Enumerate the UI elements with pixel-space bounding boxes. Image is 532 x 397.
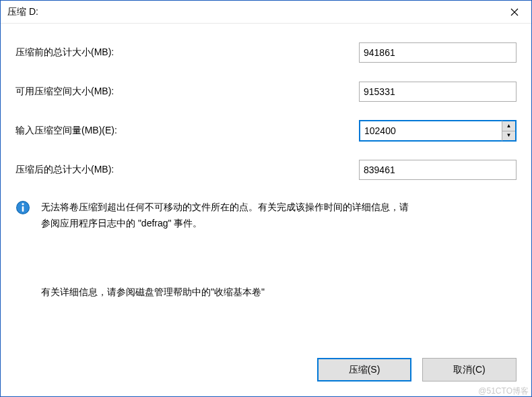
window-title: 压缩 D:	[7, 6, 38, 18]
label-shrink-amount: 输入压缩空间量(MB)(E):	[15, 125, 359, 137]
value-total-before: 941861	[359, 42, 517, 63]
cancel-button[interactable]: 取消(C)	[422, 358, 517, 381]
spin-down-button[interactable]: ▼	[502, 131, 515, 141]
watermark: @51CTO博客	[478, 386, 529, 397]
spinner-buttons: ▲ ▼	[502, 120, 517, 142]
triangle-down-icon: ▼	[506, 133, 512, 138]
shrink-amount-input[interactable]	[359, 120, 502, 142]
field-available: 可用压缩空间大小(MB): 915331	[15, 82, 517, 102]
svg-point-5	[22, 203, 24, 205]
button-row: 压缩(S) 取消(C)	[317, 358, 517, 381]
close-button[interactable]	[498, 1, 531, 24]
info-text: 无法将卷压缩到超出任何不可移动的文件所在的点。有关完成该操作时间的详细信息，请 …	[41, 199, 409, 231]
dialog-content: 压缩前的总计大小(MB): 941861 可用压缩空间大小(MB): 91533…	[1, 24, 531, 300]
info-secondary: 有关详细信息，请参阅磁盘管理帮助中的"收缩基本卷"	[41, 284, 517, 300]
dialog-window: 压缩 D: 压缩前的总计大小(MB): 941861 可用压缩空间大小(MB):…	[0, 0, 532, 397]
triangle-up-icon: ▲	[506, 123, 512, 129]
spin-up-button[interactable]: ▲	[502, 121, 515, 131]
value-total-after: 839461	[359, 160, 517, 180]
label-total-before: 压缩前的总计大小(MB):	[15, 47, 359, 59]
label-available: 可用压缩空间大小(MB):	[15, 86, 359, 98]
shrink-button[interactable]: 压缩(S)	[317, 358, 411, 381]
field-total-after: 压缩后的总计大小(MB): 839461	[15, 160, 517, 180]
shrink-amount-spinner: ▲ ▼	[359, 120, 517, 142]
field-shrink-amount: 输入压缩空间量(MB)(E): ▲ ▼	[15, 121, 517, 141]
close-icon	[510, 8, 519, 16]
titlebar: 压缩 D:	[1, 1, 531, 24]
value-available: 915331	[359, 82, 517, 102]
field-total-before: 压缩前的总计大小(MB): 941861	[15, 42, 517, 63]
svg-rect-4	[22, 206, 24, 212]
label-total-after: 压缩后的总计大小(MB):	[15, 164, 359, 176]
info-line2: 参阅应用程序日志中的 "defrag" 事件。	[41, 215, 409, 231]
info-icon	[15, 200, 30, 215]
info-section: 无法将卷压缩到超出任何不可移动的文件所在的点。有关完成该操作时间的详细信息，请 …	[15, 199, 517, 231]
info-line1: 无法将卷压缩到超出任何不可移动的文件所在的点。有关完成该操作时间的详细信息，请	[41, 199, 409, 215]
